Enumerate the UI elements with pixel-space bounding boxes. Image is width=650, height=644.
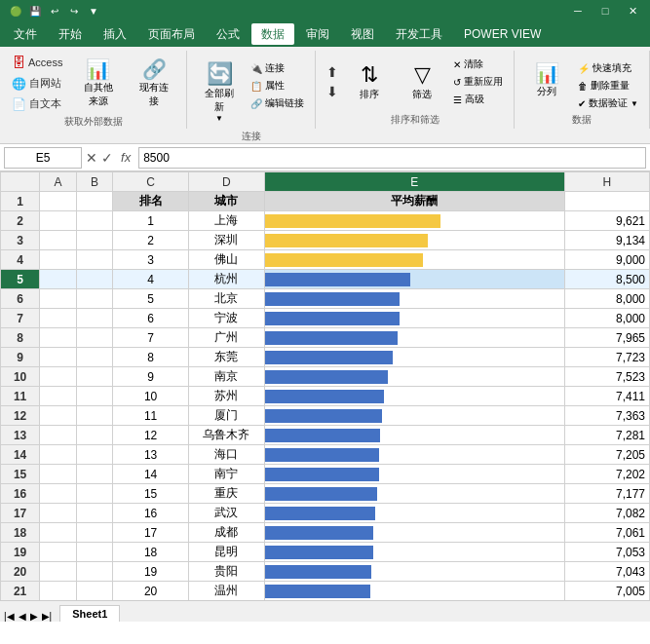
split-column-button[interactable]: 📊 分列 [522, 57, 571, 103]
cell-b-2[interactable] [76, 211, 113, 231]
cell-h-10[interactable]: 7,523 [564, 367, 649, 387]
cell-c-2[interactable]: 1 [113, 211, 189, 231]
row-header-20[interactable]: 20 [1, 562, 40, 582]
cell-h-18[interactable]: 7,061 [564, 523, 649, 543]
row-header-14[interactable]: 14 [1, 445, 40, 465]
cell-a-13[interactable] [40, 426, 77, 445]
row-header-18[interactable]: 18 [1, 523, 40, 543]
existing-connections-button[interactable]: 🔗 现有连接 [130, 53, 178, 113]
connections-button[interactable]: 🔌 连接 [248, 60, 307, 76]
filter-button[interactable]: ▽ 筛选 [398, 57, 446, 106]
cell-c-6[interactable]: 5 [113, 289, 189, 309]
confirm-formula-button[interactable]: ✓ [101, 150, 113, 166]
cell-d-11[interactable]: 苏州 [188, 387, 264, 406]
cell-a-2[interactable] [40, 211, 77, 231]
cell-d-4[interactable]: 佛山 [188, 250, 264, 270]
cell-e-18[interactable] [264, 523, 564, 543]
cell-d-5[interactable]: 杭州 [188, 270, 264, 289]
cell-c-3[interactable]: 2 [113, 231, 189, 250]
menu-powerview[interactable]: POWER VIEW [454, 23, 551, 45]
cell-e-14[interactable] [264, 445, 564, 465]
first-sheet-button[interactable]: |◀ [4, 611, 15, 622]
cell-h-16[interactable]: 7,177 [564, 484, 649, 504]
cell-e-17[interactable] [264, 504, 564, 523]
cell-b-12[interactable] [76, 406, 113, 426]
cell-a-7[interactable] [40, 309, 77, 328]
cell-b-11[interactable] [76, 387, 113, 406]
cell-h-4[interactable]: 9,000 [564, 250, 649, 270]
cell-d-17[interactable]: 武汉 [188, 504, 264, 523]
cell-b-8[interactable] [76, 328, 113, 348]
cell-a-6[interactable] [40, 289, 77, 309]
cell-c-13[interactable]: 12 [113, 426, 189, 445]
cell-b-7[interactable] [76, 309, 113, 328]
cell-c-20[interactable]: 19 [113, 562, 189, 582]
cell-e-19[interactable] [264, 543, 564, 562]
menu-review[interactable]: 审阅 [296, 23, 339, 45]
cell-e-4[interactable] [264, 250, 564, 270]
menu-formula[interactable]: 公式 [207, 23, 249, 45]
formula-input[interactable] [138, 147, 646, 169]
cell-e-5[interactable] [264, 270, 564, 289]
maximize-button[interactable]: □ [595, 3, 615, 19]
cell-h-5[interactable]: 8,500 [564, 270, 649, 289]
row-header-8[interactable]: 8 [1, 328, 40, 348]
menu-view[interactable]: 视图 [341, 23, 384, 45]
cell-b-5[interactable] [76, 270, 113, 289]
row-header-9[interactable]: 9 [1, 348, 40, 367]
cell-d-9[interactable]: 东莞 [188, 348, 264, 367]
cell-d-13[interactable]: 乌鲁木齐 [188, 426, 264, 445]
sheet-tab-1[interactable]: Sheet1 [59, 605, 120, 622]
cell-h-6[interactable]: 8,000 [564, 289, 649, 309]
insert-function-button[interactable]: fx [121, 150, 131, 165]
cell-h-8[interactable]: 7,965 [564, 328, 649, 348]
sort-za-button[interactable]: ⬇ [324, 83, 341, 100]
cell-h-1[interactable] [564, 192, 649, 211]
edit-links-button[interactable]: 🔗 编辑链接 [248, 95, 307, 111]
web-button[interactable]: 🌐 自网站 [8, 74, 66, 93]
row-header-5[interactable]: 5 [1, 270, 40, 289]
cell-b-13[interactable] [76, 426, 113, 445]
cell-d-12[interactable]: 厦门 [188, 406, 264, 426]
cell-h-20[interactable]: 7,043 [564, 562, 649, 582]
next-sheet-button[interactable]: ▶ [30, 611, 38, 622]
cell-h-11[interactable]: 7,411 [564, 387, 649, 406]
cell-a-14[interactable] [40, 445, 77, 465]
cell-a-8[interactable] [40, 328, 77, 348]
cell-h-17[interactable]: 7,082 [564, 504, 649, 523]
cell-b-1[interactable] [76, 192, 113, 211]
cell-b-15[interactable] [76, 465, 113, 484]
cell-d-21[interactable]: 温州 [188, 582, 264, 601]
sort-button[interactable]: ⇅ 排序 [345, 57, 394, 106]
minimize-button[interactable]: ─ [568, 3, 588, 19]
save-icon[interactable]: 💾 [27, 3, 43, 19]
cell-b-17[interactable] [76, 504, 113, 523]
cell-e-11[interactable] [264, 387, 564, 406]
cell-d-3[interactable]: 深圳 [188, 231, 264, 250]
cell-a-15[interactable] [40, 465, 77, 484]
cell-e-16[interactable] [264, 484, 564, 504]
cell-d-20[interactable]: 贵阳 [188, 562, 264, 582]
cell-a-21[interactable] [40, 582, 77, 601]
cell-a-3[interactable] [40, 231, 77, 250]
customize-icon[interactable]: ▼ [86, 3, 101, 19]
cell-b-20[interactable] [76, 562, 113, 582]
advanced-button[interactable]: ☰ 高级 [450, 92, 506, 107]
cell-c-4[interactable]: 3 [113, 250, 189, 270]
cell-d-2[interactable]: 上海 [188, 211, 264, 231]
cell-c-18[interactable]: 17 [113, 523, 189, 543]
cell-c-11[interactable]: 10 [113, 387, 189, 406]
cell-a-5[interactable] [40, 270, 77, 289]
cell-d-8[interactable]: 广州 [188, 328, 264, 348]
cell-b-16[interactable] [76, 484, 113, 504]
row-header-10[interactable]: 10 [1, 367, 40, 387]
cell-e-2[interactable] [264, 211, 564, 231]
cell-a-1[interactable] [40, 192, 77, 211]
col-header-e[interactable]: E [264, 172, 564, 192]
cell-reference-input[interactable] [4, 147, 82, 169]
cell-c-21[interactable]: 20 [113, 582, 189, 601]
row-header-7[interactable]: 7 [1, 309, 40, 328]
col-header-d[interactable]: D [188, 172, 264, 192]
cell-b-14[interactable] [76, 445, 113, 465]
cell-e-10[interactable] [264, 367, 564, 387]
